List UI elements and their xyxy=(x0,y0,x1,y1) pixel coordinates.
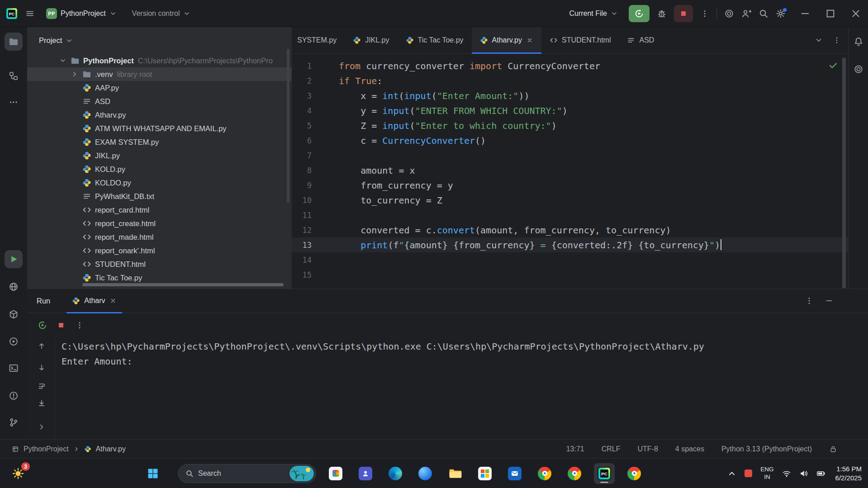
project-widget[interactable]: PP PythonProject xyxy=(43,5,120,22)
taskbar-outlook-icon[interactable] xyxy=(504,463,525,484)
status-encoding[interactable]: UTF-8 xyxy=(638,445,658,453)
code-line-15[interactable]: 15 xyxy=(292,267,848,282)
tool-window-packages-button[interactable] xyxy=(5,305,23,323)
language-indicator[interactable]: ENG IN xyxy=(760,466,773,481)
tree-item-atm-with-whatsapp-and-email-py[interactable]: ATM WITH WHATSAPP AND EMAIL.py xyxy=(27,122,292,135)
ai-chat-icon[interactable] xyxy=(854,64,863,74)
tree-item-report-made-html[interactable]: report_made.html xyxy=(27,230,292,244)
taskbar-copilot-icon[interactable] xyxy=(415,463,436,484)
taskbar-teams-icon[interactable] xyxy=(355,463,376,484)
tool-window-problems-button[interactable] xyxy=(5,387,23,405)
tool-window-terminal-button[interactable] xyxy=(5,359,23,377)
editor-tab-student-html[interactable]: STUDENT.html xyxy=(541,27,619,53)
tree-item-atharv-py[interactable]: Atharv.py xyxy=(27,108,292,122)
tool-window-run-button[interactable] xyxy=(5,250,23,268)
code-line-8[interactable]: 8 amount = x xyxy=(292,163,848,178)
code-line-6[interactable]: 6 c = CurrencyConverter() xyxy=(292,133,848,148)
tree-item-koldo-py[interactable]: KOLDO.py xyxy=(27,176,292,190)
run-config-selector[interactable]: Current File xyxy=(565,7,621,20)
editor-tab-tic-tac-toe-py[interactable]: Tic Tac Toe.py xyxy=(398,27,472,53)
tree-item-jikl-py[interactable]: JIKL.py xyxy=(27,149,292,162)
search-highlight-image[interactable] xyxy=(289,466,314,481)
code-line-2[interactable]: 2if True: xyxy=(292,73,848,88)
vcs-widget[interactable]: Version control xyxy=(128,7,194,20)
maximize-icon[interactable] xyxy=(825,8,836,19)
status-line-ending[interactable]: CRLF xyxy=(602,445,621,453)
project-panel-header[interactable]: Project xyxy=(27,27,292,54)
rerun-icon[interactable] xyxy=(38,321,47,330)
battery-icon[interactable] xyxy=(816,469,825,478)
code-line-10[interactable]: 10 to_currency = Z xyxy=(292,193,848,208)
readonly-lock-icon[interactable] xyxy=(829,445,837,453)
widgets-button[interactable]: 3 xyxy=(6,462,30,485)
code-line-4[interactable]: 4 y = input("ENTER FROM WHICH COUNTRY:") xyxy=(292,103,848,118)
taskbar-search[interactable]: Search xyxy=(178,464,316,483)
scroll-down-icon[interactable] xyxy=(38,364,46,372)
tree-item-asd[interactable]: ASD xyxy=(27,95,292,108)
project-vertical-scrollbar[interactable] xyxy=(287,49,289,203)
tree-item-pythonproject[interactable]: PythonProjectC:\Users\hp\PycharmProjects… xyxy=(27,54,292,67)
tool-window-project-folder-button[interactable] xyxy=(5,33,23,51)
code-line-11[interactable]: 11 xyxy=(292,208,848,223)
main-menu-icon[interactable] xyxy=(25,9,34,18)
code-line-14[interactable]: 14 xyxy=(292,252,848,267)
tool-window-services-button[interactable] xyxy=(5,332,23,351)
editor-tab-asd[interactable]: ASD xyxy=(619,27,662,53)
taskbar-explorer-icon[interactable] xyxy=(445,463,465,484)
taskbar-photos-icon[interactable] xyxy=(325,463,346,484)
breadcrumb-file[interactable]: Atharv.py xyxy=(96,445,126,453)
search-everywhere-icon[interactable] xyxy=(759,9,768,19)
inspection-status-icon[interactable] xyxy=(828,60,838,70)
scroll-to-end-icon[interactable] xyxy=(38,399,46,407)
code-with-me-icon[interactable] xyxy=(741,9,751,19)
code-line-1[interactable]: 1from currency_converter import Currency… xyxy=(292,58,848,73)
tree-item-pywhatkit-db-txt[interactable]: PyWhatKit_DB.txt xyxy=(27,190,292,203)
tree-item-kold-py[interactable]: KOLD.py xyxy=(27,162,292,176)
code-line-5[interactable]: 5 Z = input("Enter to which country:") xyxy=(292,118,848,133)
close-icon[interactable] xyxy=(850,8,862,19)
taskbar-chrome-2-icon[interactable] xyxy=(624,463,645,484)
status-cursor-position[interactable]: 13:71 xyxy=(566,445,584,453)
project-horizontal-scrollbar[interactable] xyxy=(82,283,284,286)
code-line-3[interactable]: 3 x = int(input("Enter Amount:")) xyxy=(292,88,848,103)
code-line-13[interactable]: 13 print(f"{amount} {from_currency} = {c… xyxy=(292,237,848,252)
editor-tab-system-py[interactable]: SYSTEM.py xyxy=(292,27,345,53)
volume-icon[interactable] xyxy=(799,469,808,478)
stop-button[interactable] xyxy=(674,5,693,22)
minimize-icon[interactable] xyxy=(799,8,811,19)
tree-item-aap-py[interactable]: AAP.py xyxy=(27,81,292,95)
run-options-icon[interactable] xyxy=(805,296,814,305)
wifi-icon[interactable] xyxy=(782,469,791,478)
tray-app-icon[interactable] xyxy=(745,469,752,477)
debug-icon[interactable] xyxy=(657,9,667,19)
notifications-icon[interactable] xyxy=(854,37,863,47)
status-indent-style[interactable]: 4 spaces xyxy=(675,445,704,453)
chevron-down-icon[interactable] xyxy=(58,57,68,64)
code-line-7[interactable]: 7 xyxy=(292,148,848,163)
taskbar-edge-icon[interactable] xyxy=(385,463,406,484)
console-output[interactable]: C:\Users\hp\PycharmProjects\PythonProjec… xyxy=(55,337,868,440)
code-line-12[interactable]: 12 converted = c.convert(amount, from_cu… xyxy=(292,223,848,237)
tree-item-student-html[interactable]: STUDENT.html xyxy=(27,257,292,271)
breadcrumb-project[interactable]: PythonProject xyxy=(24,445,69,453)
console-prompt-icon[interactable] xyxy=(38,423,46,431)
taskbar-clock[interactable]: 1:56 PM 6/2/2025 xyxy=(835,464,862,482)
editor-scrollbar[interactable] xyxy=(842,57,846,288)
tool-window-structure-button[interactable] xyxy=(5,67,23,85)
soft-wrap-icon[interactable] xyxy=(38,382,46,390)
code-line-9[interactable]: 9 from_currency = y xyxy=(292,178,848,193)
ai-assistant-icon[interactable] xyxy=(724,9,734,19)
taskbar-store-icon[interactable] xyxy=(474,463,495,484)
taskbar-google-chrome-icon[interactable] xyxy=(564,463,585,484)
console-options-icon[interactable] xyxy=(75,321,84,330)
scroll-up-icon[interactable] xyxy=(38,342,46,350)
stop-icon[interactable] xyxy=(57,321,65,329)
code-editor[interactable]: 1from currency_converter import Currency… xyxy=(292,54,848,288)
chevron-right-icon[interactable] xyxy=(70,71,80,78)
taskbar-chrome-icon[interactable] xyxy=(534,463,555,484)
tree-item-report-onark-html[interactable]: report_onark'.html xyxy=(27,244,292,257)
tool-window-more-button[interactable] xyxy=(5,93,23,111)
start-button[interactable] xyxy=(142,463,163,484)
tree-item-report-card-html[interactable]: report_card.html xyxy=(27,203,292,217)
taskbar-pycharm-icon[interactable]: PC xyxy=(594,463,615,484)
